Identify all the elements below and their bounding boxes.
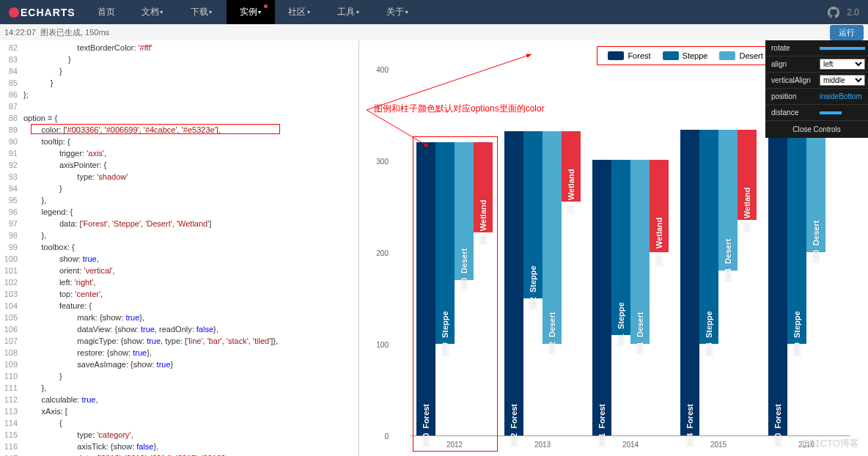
close-controls-button[interactable]: Close Controls [765, 121, 868, 138]
logo[interactable]: ECHARTS [0, 7, 84, 18]
nav-工具[interactable]: 工具 ▼ [324, 0, 373, 24]
bar-2015-Forest[interactable]: 334 Forest [680, 130, 699, 436]
ctrl-valign: verticalAlign [768, 76, 820, 84]
bar-2012-Steppe[interactable]: 220 Steppe [435, 142, 455, 344]
bar-2015-Steppe[interactable]: 234 Steppe [699, 130, 718, 345]
bar-2012-Desert[interactable]: 150 Desert [455, 142, 474, 280]
run-button[interactable]: 运行 [830, 25, 864, 40]
bar-2014-Steppe[interactable]: 191 Steppe [611, 160, 630, 335]
bar-2013-Desert[interactable]: 232 Desert [542, 131, 562, 344]
bar-2013-Forest[interactable]: 332 Forest [504, 131, 523, 435]
annotation-text: 图例和柱子颜色默认对应options里面的color [374, 103, 545, 115]
top-nav: ECHARTS 首页文档 ▼下载 ▼实例 ▼社区 ▼工具 ▼关于 ▼ 2.0 [0, 0, 868, 24]
status-time: 14:22:07 [4, 28, 36, 37]
legend-Steppe[interactable]: Steppe [663, 51, 708, 60]
bar-2014-Desert[interactable]: 201 Desert [630, 160, 650, 344]
bar-2015-Wetland[interactable]: 99 Wetland [738, 130, 757, 221]
logo-icon [9, 7, 19, 18]
github-icon[interactable] [828, 7, 839, 18]
bar-2013-Wetland[interactable]: 77 Wetland [562, 131, 581, 202]
chart-panel: ForestSteppeDesertWetland 0100200300400 … [359, 40, 868, 456]
status-msg: 图表已生成, 150ms [40, 27, 109, 38]
ctrl-position: position [768, 92, 820, 100]
status-bar: 14:22:07 图表已生成, 150ms 运行 [0, 24, 868, 40]
legend-Forest[interactable]: Forest [608, 51, 650, 60]
nav-首页[interactable]: 首页 [84, 0, 128, 24]
nav-社区[interactable]: 社区 ▼ [275, 0, 324, 24]
watermark: @51CTO博客 [800, 437, 859, 450]
bar-2012-Forest[interactable]: 320 Forest [416, 142, 435, 435]
nav-文档[interactable]: 文档 ▼ [128, 0, 177, 24]
nav-下载[interactable]: 下载 ▼ [177, 0, 227, 24]
bar-2014-Forest[interactable]: 301 Forest [592, 160, 611, 435]
legend-Desert[interactable]: Desert [719, 51, 762, 60]
nav-实例[interactable]: 实例 ▼ [227, 0, 276, 24]
distance-slider[interactable] [820, 111, 842, 114]
bar-2013-Steppe[interactable]: 182 Steppe [523, 131, 542, 298]
ctrl-rotate: rotate [768, 44, 820, 52]
nav-关于[interactable]: 关于 ▼ [373, 0, 422, 24]
rotate-slider[interactable] [820, 47, 865, 50]
valign-select[interactable]: middle [820, 75, 865, 86]
controls-panel[interactable]: rotate alignleft verticalAlignmiddle pos… [765, 40, 868, 138]
bar-2014-Wetland[interactable]: 101 Wetland [650, 160, 669, 252]
version: 2.0 [847, 7, 859, 18]
ctrl-align: align [768, 60, 820, 68]
bar-2012-Wetland[interactable]: 98 Wetland [474, 142, 493, 232]
bar-2015-Desert[interactable]: 154 Desert [718, 130, 738, 271]
code-editor[interactable]: 82 textBorderColor: '#fff'83 }84 }85 }86… [0, 40, 359, 456]
align-select[interactable]: left [820, 59, 865, 70]
position-value[interactable]: insideBottom [820, 92, 865, 100]
ctrl-distance: distance [768, 109, 820, 117]
header-right: 2.0 [819, 7, 868, 18]
logo-text: ECHARTS [21, 7, 76, 18]
